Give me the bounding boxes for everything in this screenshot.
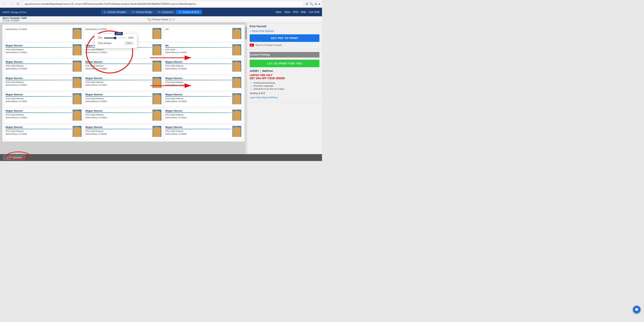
tips-link[interactable]: ▶ Tips For Printing Yourself: [250, 44, 320, 46]
label-cell-top-2: San: [164, 26, 243, 42]
label-name: Megan Stevens: [86, 77, 152, 80]
learn-more-link[interactable]: Learn More About WePrint: [250, 96, 277, 99]
label-address: 3741 South PetersonSanta Monica, CA 9250…: [86, 130, 152, 135]
browser-chrome: ← → ↻ app.print.avery.com/dpo8/app/targe…: [0, 0, 322, 8]
label-name: Me: [165, 44, 232, 47]
table-row: Megan Stevens 3741 South PetersonSanta M…: [164, 92, 243, 107]
url-bar[interactable]: app.print.avery.com/dpo8/app/target;name…: [22, 1, 304, 7]
label-image: [152, 93, 162, 104]
label-text: Megan Stevens 3741 South PetersonSanta M…: [6, 110, 72, 119]
label-divider: [6, 80, 72, 80]
main-layout: 25% 118% 400% Fit to Screen 118 %: [0, 22, 322, 154]
zoom-slider[interactable]: 118%: [104, 38, 126, 38]
table-row: Megan Stevens 3741 South PetersonSanta M…: [164, 108, 243, 124]
url-text: app.print.avery.com/dpo8/app/target;name…: [25, 2, 198, 5]
label-text: Santa Monica, CA 92503: [6, 28, 72, 31]
list-item: Professional printing: [254, 82, 320, 84]
zoom-slider-fill: [104, 38, 114, 38]
bookmark-icon: ★: [314, 2, 317, 6]
scroll-thumb[interactable]: [245, 26, 247, 40]
label-text: Megan Stevens 3741 South PetersonSanta M…: [6, 77, 72, 86]
reload-button[interactable]: ↻: [16, 1, 20, 6]
let-us-print-button[interactable]: LET US PRINT FOR YOU: [250, 60, 320, 67]
label-image: [232, 93, 241, 104]
label-address: 3741 South PetersonSanta Monica, CA 9250…: [165, 97, 232, 102]
label-divider: [165, 96, 232, 96]
template-number: Avery Template: 5160: [2, 17, 26, 19]
label-image: [152, 44, 162, 56]
label-divider: [6, 47, 72, 48]
bottom-bar: EDIT DESIGN: [0, 154, 322, 161]
custom-printing-title: Custom Printing: [250, 52, 320, 58]
label-image: [152, 60, 162, 72]
print-button[interactable]: Print: [293, 10, 298, 14]
table-row: Megan Stevens 3741 South PetersonSanta M…: [84, 75, 163, 91]
open-button[interactable]: Open: [276, 10, 282, 14]
zoom-button[interactable]: 🔍: [147, 18, 151, 21]
live-chat-button[interactable]: Live Chat: [308, 10, 320, 14]
table-row: Megan Stevens 3741 South PetersonSanta M…: [4, 59, 83, 74]
table-row: Megan Stevens 3741 South PetersonSanta M…: [84, 108, 163, 124]
label-image: [232, 28, 241, 39]
scrollbar[interactable]: [245, 22, 247, 154]
custom-printing-section: Custom Printing LET US PRINT FOR YOU AVE…: [247, 49, 322, 102]
help-button[interactable]: Help: [301, 10, 306, 14]
weprint-brand-logo: WePrint.: [262, 69, 274, 72]
label-text: Megan Stevens 3741 South PetersonSanta M…: [6, 60, 72, 70]
label-address: 3741 South PetersonSanta Monica, CA 9250…: [6, 81, 72, 86]
label-image: [232, 60, 241, 72]
preview-label: Preview Sheet:: [152, 18, 169, 21]
label-image: [152, 28, 162, 39]
save-button[interactable]: Save: [284, 10, 290, 14]
step-1-button[interactable]: 1 - Choose Template: [101, 10, 129, 14]
label-name: Megan Stevens: [165, 110, 232, 112]
tips-label: Tips For Printing Yourself: [255, 44, 282, 46]
label-address: 3741 South PetersonSanta Monica, CA 9250…: [6, 114, 72, 119]
back-button[interactable]: ←: [2, 1, 7, 6]
print-yourself-title: Print Yourself: [250, 25, 320, 28]
zoom-slider-thumb[interactable]: 118%: [114, 37, 116, 39]
edit-design-button[interactable]: EDIT DESIGN: [4, 155, 25, 160]
label-address: 3741 SouthSanta Monica, CA 92503: [165, 48, 232, 54]
benefits-list: Professional printing Premium materials …: [250, 82, 320, 90]
label-image: [152, 77, 162, 88]
step-3-button[interactable]: 3 - Customize: [155, 10, 176, 14]
label-text: San: [165, 28, 232, 31]
label-address: 3741 South PetersonSanta Monica, CA 9250…: [6, 130, 72, 135]
show-print-options-link[interactable]: + Show Print Options: [250, 30, 320, 33]
label-name: Megan Stevens: [165, 77, 232, 80]
label-image: [72, 93, 82, 104]
table-row: Megan Stevens 3741 South PetersonSanta M…: [164, 124, 243, 140]
zoom-value-box: 118 %: [124, 41, 134, 45]
label-divider: [165, 47, 232, 48]
logo-avery-text: AVERY: [2, 11, 10, 14]
template-info: Avery Template: 5160 Choose Template: [2, 17, 82, 22]
label-text: Megan Stevens 3741 South PetersonSanta M…: [165, 93, 232, 102]
print-yourself-section: Print Yourself + Show Print Options GET …: [247, 22, 322, 49]
app-header: AVERY Design & Print 1 - Choose Template…: [0, 8, 322, 16]
preview-current: 1: [170, 18, 171, 21]
label-address: 3741 South PetersonSanta Monica, CA 9250…: [6, 97, 72, 102]
label-address: 3741 South PetersonSanta Monica, CA 9250…: [165, 64, 232, 70]
table-row: Megan Stevens 3741 South PetersonSanta M…: [4, 108, 83, 124]
label-addr-top-1: Santa Monica, CA 92503: [86, 28, 152, 31]
label-addr-top-0: Santa Monica, CA 92503: [6, 28, 72, 31]
change-template-link[interactable]: Choose Template: [2, 19, 82, 22]
right-sidebar: Print Yourself + Show Print Options GET …: [247, 22, 322, 154]
sub-header: Avery Template: 5160 Choose Template 🔍 P…: [0, 16, 322, 22]
get-pdf-button[interactable]: GET PDF TO PRINT: [250, 34, 320, 42]
label-image: [72, 44, 82, 56]
label-image: [232, 44, 241, 56]
label-divider: [6, 129, 72, 129]
label-text: Megan Stevens 3741 South PetersonSanta M…: [165, 110, 232, 119]
label-name: Megan Stevens: [6, 126, 72, 128]
forward-button[interactable]: →: [8, 1, 14, 6]
label-text: Megan Stevens 3741 South PetersonSanta M…: [86, 126, 152, 135]
zoom-badge: 118%: [115, 32, 123, 35]
label-text: Megan Stevens 3741 South PetersonSanta M…: [86, 93, 152, 102]
step-2-button[interactable]: 2 - Choose Design: [129, 10, 155, 14]
step-4-button[interactable]: 4 - Preview & Print: [176, 10, 202, 14]
label-divider: [6, 64, 72, 64]
label-image: [72, 126, 82, 137]
label-text: Me 3741 SouthSanta Monica, CA 92503: [165, 44, 232, 54]
